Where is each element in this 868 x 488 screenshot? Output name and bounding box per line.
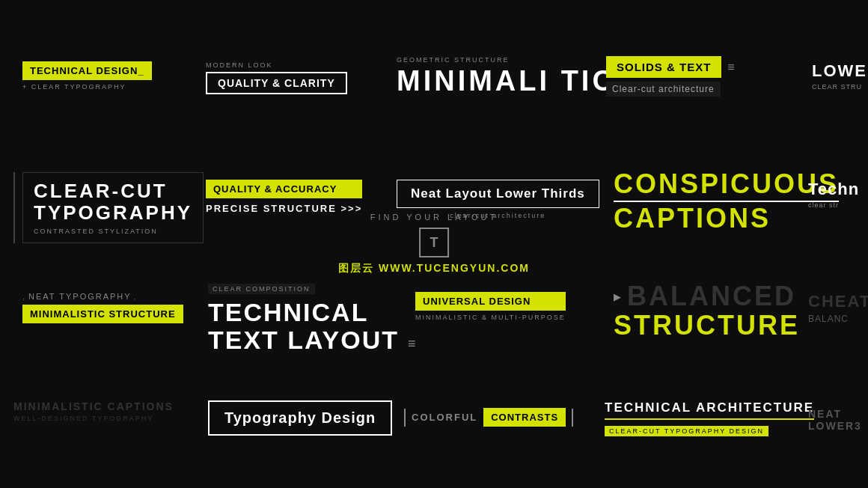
watermark-group: FIND YOUR LAYOUT T 图层云 WWW.TUCENGYUN.COM xyxy=(338,213,530,275)
technical-architecture-text: TECHNICAL ARCHITECTURE xyxy=(605,400,814,415)
watermark-icon: T xyxy=(419,228,449,257)
minimalistic-captions-text: MINIMALISTIC CAPTIONS xyxy=(13,400,174,412)
clear-composition-label: clear composition xyxy=(208,284,315,294)
neat-layout-text: Neat Layout Lower Thirds xyxy=(411,186,585,201)
geometric-structure-label: GEOMETRIC STRUCTURE xyxy=(397,56,616,64)
modern-look-label: MODERN LOOK xyxy=(206,61,347,69)
minimalistic-text: MINIMALI TIC xyxy=(397,67,616,95)
technical-text-group: clear composition TECHNICALTEXT LAYOUT ≡ xyxy=(208,281,416,355)
balanced-structure-group: ▶ BALANCED STRUCTURE xyxy=(614,281,800,339)
minimalistic-multi-label: MINIMALISTIC & MULTI-PURPOSE xyxy=(415,314,566,321)
technical-design-label: TECHNICAL DESIGN_ xyxy=(22,61,152,80)
watermark-url: 图层云 WWW.TUCENGYUN.COM xyxy=(338,262,530,275)
lower3-group: LOWER3 CLEAR STRU xyxy=(812,61,868,91)
contrasted-label: CONTRASTED STYLIZATION xyxy=(34,228,192,235)
typography-design-group: Typography Design xyxy=(208,400,392,436)
captions-text: CAPTIONS xyxy=(614,205,839,232)
neat-typography-text: ,NEAT TYPOGRAPHY, xyxy=(22,292,183,301)
well-designed-label: WELL-DESIGNED TYPOGRAPHY xyxy=(13,415,174,422)
neat-lower-group: NEAT LOWER3 xyxy=(808,408,868,432)
solids-text-group: SOLIDS & TEXT ≡ Clear-cut architecture xyxy=(606,56,735,97)
clear-cut-text: CLEAR-CUTTYPOGRAPHY xyxy=(34,180,192,223)
typography-design-text: Typography Design xyxy=(224,409,376,427)
technical-text-layout-text: TECHNICALTEXT LAYOUT xyxy=(208,299,399,355)
universal-design-box: UNIVERSAL DESIGN xyxy=(415,292,566,311)
find-layout-text: FIND YOUR LAYOUT xyxy=(338,213,530,222)
minimalistic-structure-box: MINIMALISTIC STRUCTURE xyxy=(22,305,183,323)
clear-cut-typography-design-label: CLEAR-CUT TYPOGRAPHY DESIGN xyxy=(605,426,768,436)
lower3-text: LOWER3 xyxy=(812,61,868,81)
quality-accuracy-group: QUALITY & ACCURACY PRECISE STRUCTURE >>> xyxy=(206,180,362,214)
universal-design-group: UNIVERSAL DESIGN MINIMALISTIC & MULTI-PU… xyxy=(415,292,566,321)
clear-str-label: clear str xyxy=(808,201,859,209)
cheat-text: CHEAT xyxy=(808,292,868,311)
watermark-t: T xyxy=(430,235,438,251)
neat-lower-text: NEAT LOWER3 xyxy=(808,408,868,432)
quality-clarity-box: QUALITY & CLARITY xyxy=(206,72,347,94)
cheat-group: CHEAT BALANC xyxy=(808,292,868,324)
quality-clarity-group: MODERN LOOK QUALITY & CLARITY xyxy=(206,61,347,94)
clear-typography-label: + CLEAR TYPOGRAPHY xyxy=(22,83,152,91)
technical-architecture-group: TECHNICAL ARCHITECTURE CLEAR-CUT TYPOGRA… xyxy=(605,400,814,436)
conspicuous-text: CONSPICUOUS xyxy=(614,171,839,198)
colorful-contrasts-group: COLORFUL CONTRASTS xyxy=(404,408,573,427)
quality-accuracy-box: QUALITY & ACCURACY xyxy=(206,180,362,198)
balanced-text: BALANCED xyxy=(627,281,796,312)
contrasts-box: CONTRASTS xyxy=(483,408,566,427)
geometric-group: GEOMETRIC STRUCTURE MINIMALI TIC xyxy=(397,56,616,95)
structure-text: STRUCTURE xyxy=(614,312,800,339)
minimalistic-captions-group: MINIMALISTIC CAPTIONS WELL-DESIGNED TYPO… xyxy=(13,400,174,422)
clear-stru-label: CLEAR STRU xyxy=(812,83,868,91)
techn-group: Techn clear str xyxy=(808,180,859,209)
clear-cut-arch-label: Clear-cut architecture xyxy=(606,82,721,97)
colorful-text: COLORFUL xyxy=(412,412,477,423)
neat-typography-group: ,NEAT TYPOGRAPHY, MINIMALISTIC STRUCTURE xyxy=(22,292,183,323)
clear-cut-typography-group: CLEAR-CUTTYPOGRAPHY CONTRASTED STYLIZATI… xyxy=(13,172,204,243)
conspicuous-captions-group: CONSPICUOUS CAPTIONS xyxy=(614,171,839,232)
solids-text-box: SOLIDS & TEXT xyxy=(606,56,721,78)
techn-text: Techn xyxy=(808,180,859,199)
balanc-text: BALANC xyxy=(808,314,868,324)
technical-design-box: TECHNICAL DESIGN_ + CLEAR TYPOGRAPHY xyxy=(22,61,152,91)
